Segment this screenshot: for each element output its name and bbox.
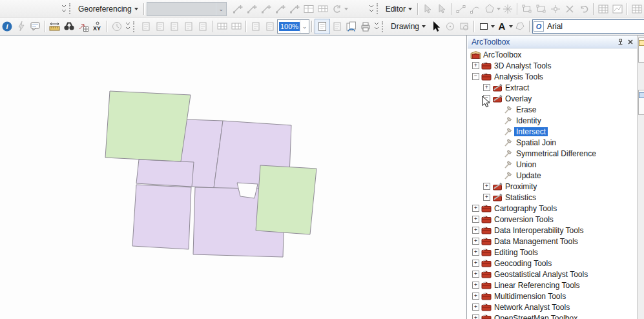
plus-expander-icon[interactable]: + [483,183,490,190]
select-elements-button[interactable] [429,19,443,34]
trace-tool-button[interactable] [483,2,497,16]
tree-item-multidimension-tools[interactable]: +Multidimension Tools [468,291,638,302]
plus-expander-icon[interactable]: + [472,238,479,245]
endpoint-arc-button[interactable] [468,2,483,16]
tree-item-erase[interactable]: Erase [468,104,638,115]
tree-item-proximity[interactable]: +Proximity [468,181,638,192]
rotate-georef-button[interactable] [330,2,344,16]
tree-item-data-management-tools[interactable]: +Data Management Tools [468,236,638,247]
rectangle-draw-button[interactable] [477,19,491,34]
cut-polygons-button[interactable] [548,2,563,16]
tree-item-label[interactable]: Symmetrical Difference [514,149,598,158]
data-driven-pages-button[interactable] [344,19,358,34]
plus-expander-icon[interactable]: + [472,62,479,69]
plus-expander-icon[interactable]: + [483,84,490,91]
create-features-button[interactable] [630,2,644,16]
zoom-in-page-button[interactable] [139,19,153,34]
zoom-to-link-button[interactable] [273,2,287,16]
zoom-whole-page-button[interactable] [182,19,196,34]
plus-expander-icon[interactable]: + [472,216,479,223]
adjust-grid-button[interactable] [316,2,330,16]
sketch-properties-button[interactable] [610,2,625,16]
find-button[interactable] [62,19,76,34]
attributes-button[interactable] [596,2,610,16]
tree-item-label[interactable]: Union [514,160,538,169]
tree-item-spatial-join[interactable]: Spatial Join [468,137,638,148]
text-draw-button[interactable]: A [495,19,509,34]
tree-item-editing-tools[interactable]: +Editing Tools [468,247,638,258]
plus-expander-icon[interactable]: + [472,227,479,234]
link-table-button[interactable] [302,2,316,16]
go-back-extent-button[interactable] [249,19,263,34]
edit-tool-button[interactable] [421,2,435,16]
tree-item-label[interactable]: Erase [514,105,538,114]
go-to-xy-button[interactable]: XY [90,19,105,34]
zoom-100-button[interactable] [196,19,210,34]
measure-button[interactable] [48,19,62,34]
tree-item-label[interactable]: Geocoding Tools [492,259,554,268]
find-route-button[interactable] [76,19,90,34]
edit-annotation-tool-button[interactable] [435,2,449,16]
toolbar-overflow-button[interactable] [373,19,380,34]
pan-page-button[interactable] [167,19,182,34]
tree-item-update[interactable]: Update [468,170,638,181]
tree-item-data-interoperability-tools[interactable]: +Data Interoperability Tools [468,225,638,236]
toolbar-grip[interactable] [133,21,136,32]
reshape-feature-button[interactable] [534,2,548,16]
tree-item-cartography-tools[interactable]: +Cartography Tools [468,203,638,214]
tree-item-label[interactable]: Identity [514,116,543,125]
tree-item-symmetrical-difference[interactable]: Symmetrical Difference [468,148,638,159]
tree-item-3d-analyst-tools[interactable]: +3D Analyst Tools [468,60,638,71]
tree-item-label[interactable]: Proximity [503,182,539,191]
print-preview-button[interactable] [358,19,373,34]
tree-item-analysis-tools[interactable]: −Analysis Tools [468,71,638,82]
toolbar-grip[interactable] [382,21,385,32]
plus-expander-icon[interactable]: + [472,249,479,256]
tree-item-label[interactable]: Data Management Tools [492,237,580,246]
tree-item-label[interactable]: Network Analyst Tools [492,303,572,312]
tree-item-geocoding-tools[interactable]: +Geocoding Tools [468,258,638,269]
fixed-zoom-out-button[interactable] [229,19,244,34]
tree-item-label[interactable]: Cartography Tools [492,204,559,213]
map-canvas[interactable] [0,36,467,319]
tree-item-label[interactable]: Statistics [503,193,538,202]
focus-data-frame-button[interactable] [330,19,344,34]
tree-item-label[interactable]: Analysis Tools [492,72,545,81]
tree-item-arctoolbox[interactable]: ArcToolbox [468,49,638,60]
editor-menu[interactable]: Editor [382,2,415,16]
tree-item-label[interactable]: Data Interoperability Tools [492,226,586,235]
tree-item-network-analyst-tools[interactable]: +Network Analyst Tools [468,302,638,313]
close-icon[interactable] [625,37,635,46]
tree-item-openstreetmap-toolbox[interactable]: +OpenStreetMap Toolbox [468,313,638,319]
tree-item-label[interactable]: Editing Tools [492,248,540,257]
docked-tab-catalog[interactable] [638,37,644,63]
plus-expander-icon[interactable]: + [472,271,479,278]
tree-item-label[interactable]: Extract [503,83,531,92]
edit-vertices-draw-button[interactable] [513,19,527,34]
split-tool-button[interactable] [563,2,577,16]
fixed-zoom-in-button[interactable] [215,19,229,34]
tree-item-label[interactable]: Overlay [503,94,534,103]
plus-expander-icon[interactable]: + [483,194,490,201]
plus-expander-icon[interactable]: + [472,314,479,319]
drawing-menu[interactable]: Drawing [388,19,429,34]
plus-expander-icon[interactable]: + [472,282,479,289]
rotate-element-button[interactable] [443,19,457,34]
georeferencing-menu[interactable]: Georeferencing [75,2,141,16]
tree-item-label[interactable]: Geostatistical Analyst Tools [492,270,590,279]
tree-item-overlay[interactable]: −Overlay [468,93,638,104]
tree-item-conversion-tools[interactable]: +Conversion Tools [468,214,638,225]
tree-item-label[interactable]: ArcToolbox [481,50,523,59]
toolbar-grip[interactable] [69,3,72,14]
plus-expander-icon[interactable]: + [472,205,479,212]
tree-item-intersect[interactable]: Intersect [468,126,638,137]
zoom-to-selected-elements-button[interactable] [457,19,472,34]
toggle-draft-mode-button[interactable] [315,19,330,34]
tree-item-extract[interactable]: +Extract [468,82,638,93]
rotate-edit-button[interactable] [577,2,591,16]
hyperlink-button[interactable] [14,19,28,34]
tree-item-label[interactable]: Intersect [514,127,548,136]
toolbar-overflow-button[interactable] [60,2,68,16]
edit-vertices-button[interactable] [520,2,534,16]
tree-item-label[interactable]: OpenStreetMap Toolbox [492,314,579,319]
